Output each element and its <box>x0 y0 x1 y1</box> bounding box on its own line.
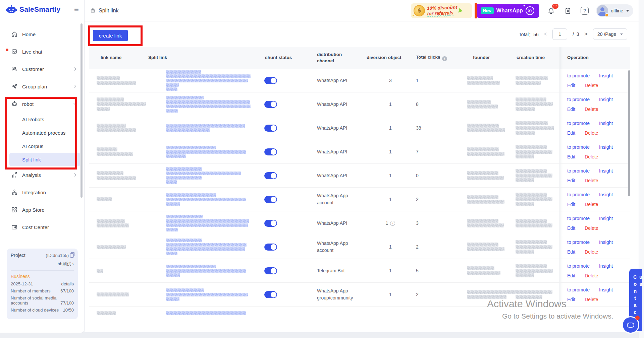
cell-split-link[interactable] <box>144 310 260 316</box>
details-link[interactable]: details <box>61 281 74 286</box>
shunt-status-toggle[interactable] <box>264 291 277 298</box>
insight-link[interactable]: Insight <box>599 73 613 78</box>
prev-page-button[interactable]: < <box>544 31 547 37</box>
cell-split-link[interactable] <box>144 259 260 282</box>
col-founder: founder <box>466 55 516 61</box>
cell-split-link[interactable] <box>144 164 260 187</box>
sidebar-item-cost-center[interactable]: Cost Center <box>0 218 84 236</box>
insight-link[interactable]: Insight <box>599 263 613 269</box>
edit-link[interactable]: Edit <box>567 249 575 255</box>
cell-creation-time <box>516 140 559 163</box>
page-size-select[interactable]: 20 /Page <box>593 28 627 40</box>
to-promote-link[interactable]: to promote <box>567 240 590 245</box>
clipboard-button[interactable] <box>563 6 573 15</box>
sidebar-item-group-plan[interactable]: Group plan <box>0 78 84 95</box>
notifications-bell-button[interactable]: ••• <box>546 6 556 15</box>
cell-split-link[interactable] <box>144 69 260 92</box>
edit-link[interactable]: Edit <box>567 83 575 88</box>
sidebar-item-home[interactable]: Home <box>0 25 84 43</box>
edit-link[interactable]: Edit <box>567 225 575 231</box>
edit-link[interactable]: Edit <box>567 107 575 112</box>
redacted-text <box>166 297 179 301</box>
delete-link[interactable]: Delete <box>585 178 598 183</box>
delete-link[interactable]: Delete <box>585 83 598 88</box>
profile-menu[interactable]: offline <box>596 4 633 17</box>
to-promote-link[interactable]: to promote <box>567 263 590 269</box>
insight-link[interactable]: Insight <box>599 144 613 150</box>
redacted-text <box>516 102 553 106</box>
to-promote-link[interactable]: to promote <box>567 97 590 102</box>
edit-link[interactable]: Edit <box>567 273 575 278</box>
cell-split-link[interactable] <box>144 116 260 140</box>
shunt-status-toggle[interactable] <box>264 125 277 132</box>
page-input[interactable]: 1 <box>552 28 567 40</box>
to-promote-link[interactable]: to promote <box>567 192 590 197</box>
to-promote-link[interactable]: to promote <box>567 121 590 126</box>
cell-split-link[interactable] <box>144 283 260 306</box>
shunt-status-toggle[interactable] <box>264 172 277 179</box>
cell-shunt-status <box>260 140 312 163</box>
delete-link[interactable]: Delete <box>585 297 598 302</box>
to-promote-link[interactable]: to promote <box>567 144 590 150</box>
table-scrollbar[interactable] <box>628 70 630 196</box>
shunt-status-toggle[interactable] <box>264 101 277 108</box>
shunt-status-toggle[interactable] <box>264 244 277 251</box>
sidebar-item-ai-corpus[interactable]: AI corpus <box>9 139 80 153</box>
sidebar-item-automated-process[interactable]: Automated process <box>9 126 80 139</box>
cell-split-link[interactable] <box>144 140 260 163</box>
edit-link[interactable]: Edit <box>567 297 575 302</box>
copy-icon[interactable] <box>70 253 74 258</box>
cell-split-link[interactable] <box>144 235 260 259</box>
insight-link[interactable]: Insight <box>599 240 613 245</box>
shunt-status-toggle[interactable] <box>264 196 277 203</box>
insight-link[interactable]: Insight <box>599 121 613 126</box>
hamburger-icon[interactable]: ≡ <box>74 5 79 13</box>
create-link-button[interactable]: create link <box>93 30 128 41</box>
sidebar-item-ai-robots[interactable]: AI Robots <box>9 113 80 126</box>
delete-link[interactable]: Delete <box>585 107 598 112</box>
redacted-text <box>467 76 493 80</box>
shunt-status-toggle[interactable] <box>264 220 277 227</box>
sidebar-item-integration[interactable]: Integration <box>0 184 84 201</box>
shunt-status-toggle[interactable] <box>264 148 277 155</box>
whatsapp-banner[interactable]: New WhatsApp ✆ ✦ <box>477 4 539 18</box>
sidebar-item-app-store[interactable]: App Store <box>0 201 84 218</box>
insight-link[interactable]: Insight <box>599 287 613 292</box>
next-page-button[interactable]: > <box>585 31 588 37</box>
shunt-status-toggle[interactable] <box>264 77 277 84</box>
edit-link[interactable]: Edit <box>567 130 575 136</box>
sidebar-scrollbar[interactable] <box>80 23 83 198</box>
sidebar-item-live-chat[interactable]: Live chat <box>0 43 84 60</box>
shunt-status-toggle[interactable] <box>264 267 277 274</box>
edit-link[interactable]: Edit <box>567 202 575 207</box>
referral-promo-banner[interactable]: ✦ ✦ $ 10% discount for referrals <box>411 3 472 18</box>
to-promote-link[interactable]: to promote <box>567 168 590 174</box>
to-promote-link[interactable]: to promote <box>567 73 590 78</box>
edit-link[interactable]: Edit <box>567 154 575 159</box>
edit-link[interactable]: Edit <box>567 178 575 183</box>
insight-link[interactable]: Insight <box>599 168 613 174</box>
cell-split-link[interactable] <box>144 92 260 116</box>
sidebar-item-analysis[interactable]: Analysis <box>0 166 84 184</box>
cell-split-link[interactable] <box>144 188 260 211</box>
delete-link[interactable]: Delete <box>585 202 598 207</box>
delete-link[interactable]: Delete <box>585 130 598 136</box>
insight-link[interactable]: Insight <box>599 192 613 197</box>
delete-link[interactable]: Delete <box>585 154 598 159</box>
delete-link[interactable]: Delete <box>585 273 598 278</box>
project-name-row[interactable]: hh测试 › <box>11 260 74 267</box>
cell-split-link[interactable] <box>144 211 260 235</box>
insight-link[interactable]: Insight <box>599 97 613 102</box>
to-promote-link[interactable]: to promote <box>567 287 590 292</box>
delete-link[interactable]: Delete <box>585 249 598 255</box>
delete-link[interactable]: Delete <box>585 225 598 231</box>
help-button[interactable]: ? <box>580 6 589 15</box>
cell-diversion-object: 1 <box>364 164 414 187</box>
sidebar-item-robot[interactable]: robot <box>0 95 84 113</box>
sidebar-item-split-link[interactable]: Split link <box>9 153 80 166</box>
total-count: Total：56 <box>519 31 539 38</box>
to-promote-link[interactable]: to promote <box>567 216 590 221</box>
sidebar-item-customer[interactable]: Customer <box>0 60 84 78</box>
chevron-down-icon <box>620 33 623 35</box>
insight-link[interactable]: Insight <box>599 216 613 221</box>
